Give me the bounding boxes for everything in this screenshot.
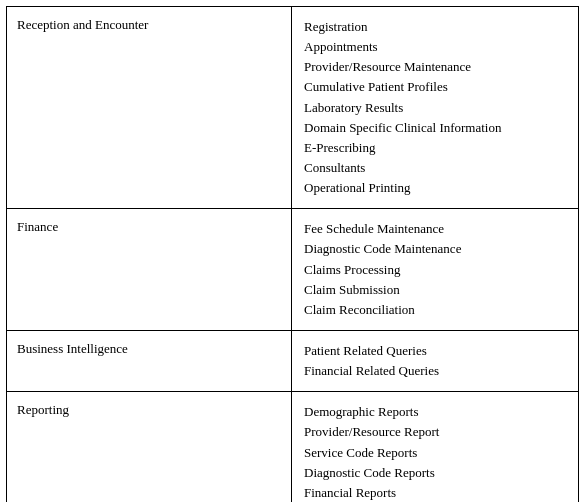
table-row: Reception and EncounterRegistrationAppoi… <box>7 7 578 209</box>
list-item: Service Code Reports <box>304 443 566 463</box>
list-item: Cumulative Patient Profiles <box>304 77 566 97</box>
items-cell-business-intelligence: Patient Related QueriesFinancial Related… <box>292 331 578 391</box>
list-item: Diagnostic Code Maintenance <box>304 239 566 259</box>
items-cell-reception-encounter: RegistrationAppointmentsProvider/Resourc… <box>292 7 578 208</box>
list-item: Laboratory Results <box>304 98 566 118</box>
list-item: Diagnostic Code Reports <box>304 463 566 483</box>
category-cell-reporting: Reporting <box>7 392 292 502</box>
table-row: FinanceFee Schedule MaintenanceDiagnosti… <box>7 209 578 331</box>
list-item: Consultants <box>304 158 566 178</box>
category-label-business-intelligence: Business Intelligence <box>17 341 128 357</box>
list-item: E-Prescribing <box>304 138 566 158</box>
list-item: Patient Related Queries <box>304 341 566 361</box>
category-label-finance: Finance <box>17 219 58 235</box>
list-item: Provider/Resource Report <box>304 422 566 442</box>
category-cell-reception-encounter: Reception and Encounter <box>7 7 292 208</box>
list-item: Claims Processing <box>304 260 566 280</box>
table-row: ReportingDemographic ReportsProvider/Res… <box>7 392 578 502</box>
list-item: Demographic Reports <box>304 402 566 422</box>
list-item: Fee Schedule Maintenance <box>304 219 566 239</box>
category-cell-finance: Finance <box>7 209 292 330</box>
table-row: Business IntelligencePatient Related Que… <box>7 331 578 392</box>
list-item: Claim Reconciliation <box>304 300 566 320</box>
main-table: Reception and EncounterRegistrationAppoi… <box>6 6 579 502</box>
category-cell-business-intelligence: Business Intelligence <box>7 331 292 391</box>
list-item: Appointments <box>304 37 566 57</box>
category-label-reporting: Reporting <box>17 402 69 418</box>
list-item: Financial Related Queries <box>304 361 566 381</box>
items-cell-finance: Fee Schedule MaintenanceDiagnostic Code … <box>292 209 578 330</box>
category-label-reception-encounter: Reception and Encounter <box>17 17 148 33</box>
list-item: Operational Printing <box>304 178 566 198</box>
list-item: Provider/Resource Maintenance <box>304 57 566 77</box>
list-item: Claim Submission <box>304 280 566 300</box>
list-item: Registration <box>304 17 566 37</box>
list-item: Domain Specific Clinical Information <box>304 118 566 138</box>
list-item: Financial Reports <box>304 483 566 502</box>
items-cell-reporting: Demographic ReportsProvider/Resource Rep… <box>292 392 578 502</box>
